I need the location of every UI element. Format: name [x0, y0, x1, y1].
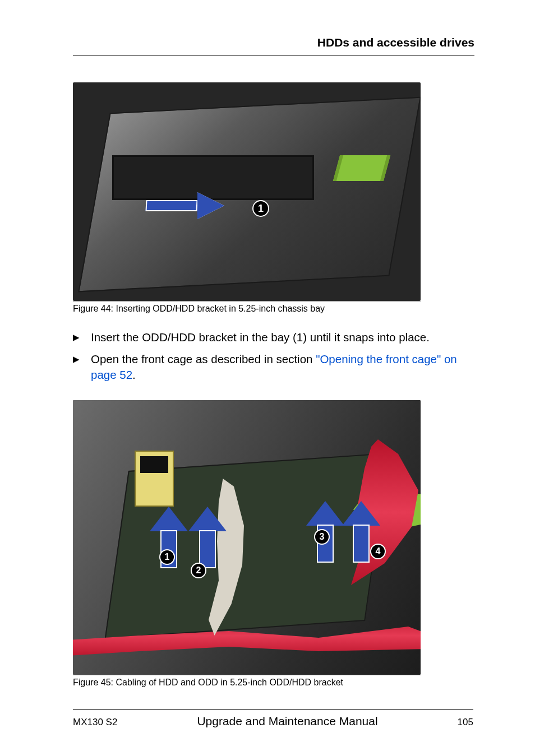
drive-slot-graphic: [112, 155, 314, 200]
callout-marker-1: 1: [252, 200, 269, 217]
power-connector-graphic: [135, 451, 174, 507]
footer-model: MX130 S2: [73, 717, 117, 728]
callout-marker-2: 2: [191, 563, 206, 578]
callout-marker-3: 3: [314, 529, 330, 545]
bullet-triangle-icon: ▶: [73, 351, 91, 365]
list-item-text: Open the front cage as described in sect…: [91, 351, 474, 383]
green-lever-graphic: [333, 155, 390, 181]
bullet-triangle-icon: ▶: [73, 330, 91, 343]
footer-doc-title: Upgrade and Maintenance Manual: [197, 715, 377, 728]
list-item-text: Insert the ODD/HDD bracket in the bay (1…: [91, 330, 474, 346]
header-rule: [73, 55, 474, 55]
footer-rule: [73, 709, 473, 710]
instruction-list: ▶ Insert the ODD/HDD bracket in the bay …: [73, 330, 474, 383]
figure-45-image: 1 2 3 4: [73, 400, 421, 675]
figure-44-caption: Figure 44: Inserting ODD/HDD bracket in …: [73, 301, 421, 314]
text-suffix: .: [132, 368, 136, 381]
figure-44-image: 1: [73, 82, 421, 301]
callout-marker-1: 1: [159, 549, 175, 565]
footer-page-number: 105: [458, 717, 473, 728]
list-item: ▶ Open the front cage as described in se…: [73, 351, 474, 383]
page-footer: MX130 S2 Upgrade and Maintenance Manual …: [73, 709, 473, 728]
figure-45-caption: Figure 45: Cabling of HDD and ODD in 5.2…: [73, 675, 421, 688]
text-prefix: Open the front cage as described in sect…: [91, 353, 316, 365]
list-item: ▶ Insert the ODD/HDD bracket in the bay …: [73, 330, 474, 346]
callout-marker-4: 4: [370, 544, 386, 559]
section-header: HDDs and accessible drives: [73, 36, 474, 55]
